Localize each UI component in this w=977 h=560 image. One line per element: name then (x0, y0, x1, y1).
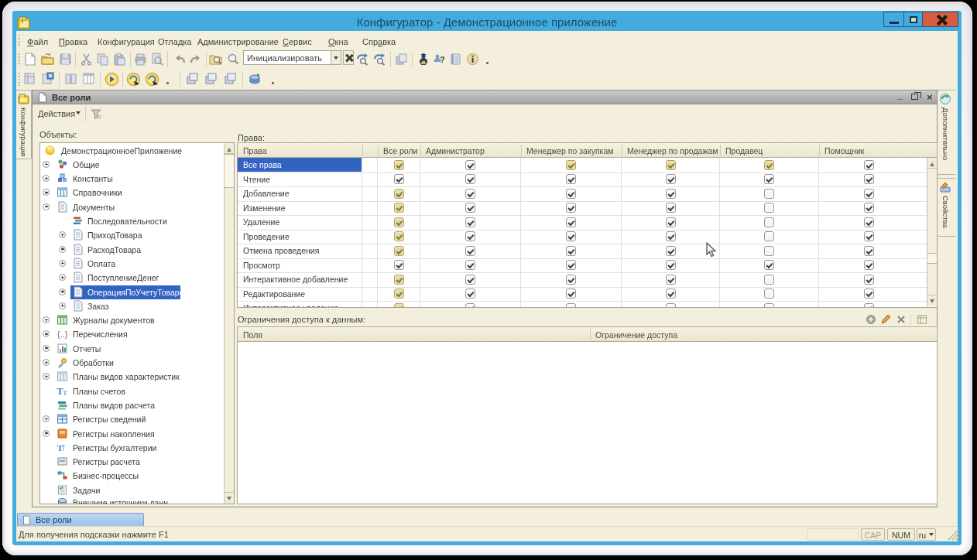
svg-text:T: T (63, 389, 67, 397)
svg-text:?: ? (440, 55, 445, 64)
svg-text:T: T (57, 443, 63, 452)
svg-text:{..}: {..} (57, 330, 68, 339)
